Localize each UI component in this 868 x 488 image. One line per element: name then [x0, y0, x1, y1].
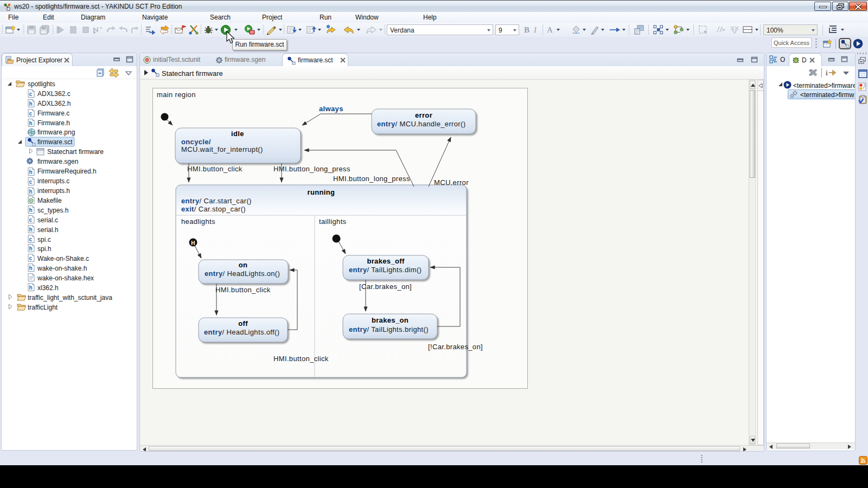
svg-text:headlights: headlights — [181, 217, 215, 226]
svg-text:[!Car.brakes_on]: [!Car.brakes_on] — [428, 343, 483, 351]
svg-text:Firmware.c: Firmware.c — [37, 110, 69, 117]
svg-text:oncycle/: oncycle/ — [181, 138, 211, 146]
svg-text:HMI.button_click: HMI.button_click — [215, 286, 271, 294]
svg-text:running: running — [308, 188, 335, 196]
svg-text:Firmware.h: Firmware.h — [37, 119, 70, 127]
svg-text:serial.c: serial.c — [37, 216, 58, 224]
svg-text:xl362.h: xl362.h — [37, 284, 59, 292]
svg-text:MCU.wait_for_interrupt(): MCU.wait_for_interrupt() — [181, 145, 263, 153]
svg-text:HMI.button_click: HMI.button_click — [187, 165, 242, 173]
svg-text:main region: main region — [157, 91, 196, 99]
svg-text:spi.c: spi.c — [37, 236, 51, 243]
svg-text:entry/ HeadLights.on(): entry/ HeadLights.on() — [205, 269, 280, 278]
svg-text:taillights: taillights — [319, 217, 347, 226]
svg-text:Statechart firmware: Statechart firmware — [47, 148, 104, 156]
svg-text:exit/ Car.stop_car(): exit/ Car.stop_car() — [181, 205, 246, 213]
svg-text:firmware.sgen: firmware.sgen — [37, 158, 78, 165]
svg-text:Wake-on-Shake.c: Wake-on-Shake.c — [37, 255, 89, 262]
svg-text:trafficLight: trafficLight — [28, 304, 58, 311]
svg-text:firmware.sct: firmware.sct — [37, 138, 73, 146]
svg-text:on: on — [239, 261, 248, 269]
svg-text:[Car.brakes_on]: [Car.brakes_on] — [359, 282, 412, 291]
svg-text:ADXL362.h: ADXL362.h — [37, 100, 71, 107]
svg-text:off: off — [238, 319, 248, 328]
svg-text:wake-on-shake.h: wake-on-shake.h — [37, 265, 87, 272]
svg-text:wake-on-shake.hex: wake-on-shake.hex — [37, 274, 94, 282]
svg-text:HMI.button_long_press: HMI.button_long_press — [273, 165, 350, 173]
svg-text:always: always — [319, 105, 343, 113]
svg-text:brakes_on: brakes_on — [372, 316, 409, 324]
svg-text:MCU.error: MCU.error — [434, 178, 469, 187]
svg-text:FirmwareRequired.h: FirmwareRequired.h — [37, 168, 97, 175]
svg-text:idle: idle — [231, 130, 244, 138]
svg-text:sc_types.h: sc_types.h — [37, 207, 68, 214]
svg-text:spi.h: spi.h — [37, 245, 51, 253]
svg-text:entry/ MCU.handle_error(): entry/ MCU.handle_error() — [377, 120, 465, 128]
svg-text:i: i — [826, 69, 828, 77]
svg-text:entry/ Car.start_car(): entry/ Car.start_car() — [181, 197, 252, 205]
svg-text:spotlights: spotlights — [28, 80, 55, 88]
svg-text:HMI.button_click: HMI.button_click — [273, 355, 329, 363]
svg-text:HMI.button_long_press: HMI.button_long_press — [333, 175, 410, 183]
svg-text:interrupts.h: interrupts.h — [37, 187, 70, 195]
svg-text:entry/ TailLights.dim(): entry/ TailLights.dim() — [349, 266, 422, 274]
svg-text:H: H — [191, 240, 195, 246]
svg-text:interrupts.c: interrupts.c — [37, 177, 69, 185]
svg-text:serial.h: serial.h — [37, 226, 59, 234]
svg-text:entry/ TailLights.bright(): entry/ TailLights.bright() — [349, 325, 429, 333]
svg-text:firmware.png: firmware.png — [37, 129, 75, 136]
svg-text:brakes_off: brakes_off — [367, 257, 405, 265]
svg-text:traffic_light_with_sctunit_jav: traffic_light_with_sctunit_java — [28, 294, 112, 301]
svg-text:entry/ HeadLights.off(): entry/ HeadLights.off() — [204, 328, 279, 336]
svg-text:Makefile: Makefile — [37, 197, 62, 204]
svg-text:error: error — [415, 111, 432, 119]
svg-text:ADXL362.c: ADXL362.c — [37, 90, 71, 98]
